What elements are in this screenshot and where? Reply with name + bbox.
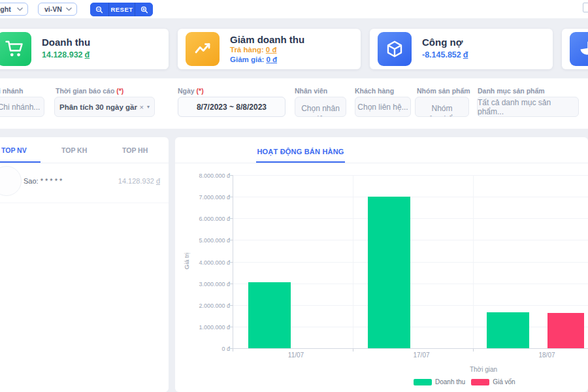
- filter-label-nhan-vien: Nhân viên: [295, 87, 327, 95]
- y-tick-label: 4.000.000 đ: [175, 259, 230, 266]
- legend-item-giá-vốn[interactable]: Giá vốn: [471, 378, 515, 385]
- customer-select[interactable]: Chọn liên hệ...: [355, 97, 411, 117]
- y-tick-label: 1.000.000 đ: [175, 324, 230, 331]
- zoom-reset-group: RESET: [90, 3, 153, 16]
- h-gridline: [233, 175, 588, 176]
- sales-dashboard: Light vi-VN RESET Doanh thu 14.128.932đ: [0, 0, 588, 392]
- currency-link[interactable]: đ: [85, 50, 90, 59]
- tab-top-hh[interactable]: TOP HH: [122, 146, 148, 154]
- bar-giá-vốn-18/07[interactable]: [547, 313, 584, 348]
- filter-label-khach-hang: Khách hàng: [355, 87, 394, 95]
- report-period-select[interactable]: Phân tích 30 ngày gần n... × ▾: [54, 97, 155, 117]
- tab-top-kh[interactable]: TOP KH: [61, 146, 87, 154]
- h-gridline: [233, 197, 588, 197]
- divider: [0, 203, 169, 203]
- card-line-giam-gia: Giảm giá:0 đ: [230, 56, 277, 63]
- chevron-down-icon: [66, 7, 72, 11]
- h-gridline: [233, 240, 588, 240]
- filter-band: Chi nhánh Chi nhánh... Thời gian báo cáo…: [0, 78, 588, 129]
- x-axis-title: Thời gian: [431, 366, 536, 373]
- topbar: Light vi-VN RESET: [0, 0, 588, 18]
- card-doanh-thu: Doanh thu 14.128.932đ: [0, 29, 169, 69]
- filter-label-chi-nhanh: Chi nhánh: [0, 87, 23, 95]
- y-tick-label: 6.000.000 đ: [175, 216, 230, 222]
- filter-label-nhom-san-pham: Nhóm sản phẩm: [417, 87, 470, 95]
- card-value: 14.128.932đ: [42, 50, 90, 59]
- currency-link[interactable]: đ: [463, 50, 468, 59]
- clear-icon[interactable]: ×: [140, 103, 144, 111]
- bar-chart: Giá trị Thời gian Doanh thuGiá vốn 0 đ1.…: [175, 137, 588, 392]
- card-title: Doanh thu: [42, 37, 90, 48]
- clipboard-icon[interactable]: [583, 3, 588, 12]
- locale-select[interactable]: vi-VN: [38, 3, 77, 16]
- legend-swatch: [414, 379, 432, 385]
- legend-item-doanh-thu[interactable]: Doanh thu: [414, 378, 465, 385]
- y-axis-line: [233, 175, 233, 348]
- x-axis-line: [233, 348, 588, 349]
- cart-icon: [0, 32, 31, 66]
- y-tick-label: 3.000.000 đ: [175, 281, 230, 287]
- zoom-in-icon: [140, 6, 148, 14]
- x-tick: [353, 349, 353, 351]
- currency-link[interactable]: 0 đ: [266, 46, 277, 54]
- h-gridline: [233, 262, 588, 263]
- bar-doanh-thu-18/07[interactable]: [487, 312, 529, 348]
- date-range-input[interactable]: 8/7/2023 ~ 8/8/2023: [178, 97, 286, 117]
- currency-link[interactable]: đ: [156, 177, 160, 185]
- pie-chart-icon: [570, 32, 588, 66]
- locale-select-value: vi-VN: [44, 5, 66, 13]
- reset-button[interactable]: RESET: [108, 3, 135, 16]
- divider: [0, 163, 169, 163]
- x-category-label: 18/07: [527, 351, 566, 359]
- product-group-select[interactable]: Nhóm sản phẩm: [415, 97, 469, 117]
- filter-label-thoi-gian: Thời gian báo cáo (*): [56, 87, 123, 95]
- card-line-tra-hang: Trả hàng:0 đ: [230, 46, 276, 54]
- y-tick-label: 5.000.000 đ: [175, 237, 230, 244]
- box-icon: [378, 32, 412, 66]
- card-title: Giảm doanh thu: [230, 34, 304, 45]
- required-mark: (*): [197, 87, 204, 95]
- card-giam-doanh-thu: Giảm doanh thu Trả hàng:0 đ Giảm giá:0 đ: [178, 29, 361, 69]
- bar-doanh-thu-17/07[interactable]: [368, 197, 410, 348]
- legend-label: Giá vốn: [493, 378, 515, 385]
- card-cong-no: Công nợ -8.145.852đ: [370, 29, 553, 69]
- chart-legend: Doanh thuGiá vốn: [414, 378, 515, 385]
- y-tick-label: 0 đ: [175, 346, 230, 352]
- legend-label: Doanh thu: [435, 378, 465, 385]
- chevron-down-icon: [17, 7, 23, 11]
- caret-down-icon: ▾: [147, 104, 150, 110]
- card-partial: [562, 29, 588, 69]
- avatar: [0, 166, 22, 196]
- y-tick-label: 8.000.000 đ: [175, 172, 230, 179]
- zoom-out-button[interactable]: [90, 3, 108, 16]
- card-title: Công nợ: [422, 37, 463, 48]
- v-gridline: [473, 175, 474, 348]
- x-category-label: 17/07: [402, 351, 441, 359]
- tab-top-nv[interactable]: TOP NV: [1, 146, 27, 154]
- staff-select[interactable]: Chọn nhân viên: [295, 97, 346, 117]
- y-tick-label: 2.000.000 đ: [175, 302, 230, 309]
- h-gridline: [233, 218, 588, 219]
- branch-select[interactable]: Chi nhánh...: [0, 97, 44, 117]
- theme-select-value: Light: [0, 5, 17, 13]
- v-gridline: [353, 175, 353, 348]
- list-item-name: Sao: * * * * *: [24, 177, 62, 185]
- required-mark: (*): [116, 87, 123, 95]
- card-value: -8.145.852đ: [422, 50, 468, 59]
- zoom-in-button[interactable]: [135, 3, 153, 16]
- legend-swatch: [471, 379, 489, 385]
- product-category-select[interactable]: Tất cả danh mục sản phẩm...: [477, 97, 579, 117]
- theme-select[interactable]: Light: [0, 3, 28, 16]
- y-tick-label: 7.000.000 đ: [175, 194, 230, 201]
- filter-label-ngay: Ngày (*): [178, 87, 204, 95]
- zoom-out-icon: [95, 6, 103, 14]
- x-tick: [473, 349, 474, 351]
- bar-doanh-thu-11/07[interactable]: [248, 282, 291, 348]
- x-tick: [233, 349, 233, 351]
- filter-label-danh-muc: Danh mục sản phẩm: [478, 87, 545, 95]
- currency-link[interactable]: 0 đ: [266, 56, 277, 63]
- top-list-panel: TOP NV TOP KH TOP HH Sao: * * * * * 14.1…: [0, 137, 169, 392]
- list-item-value: 14.128.932đ: [118, 177, 160, 185]
- x-category-label: 11/07: [276, 351, 316, 359]
- trend-icon: [186, 32, 220, 66]
